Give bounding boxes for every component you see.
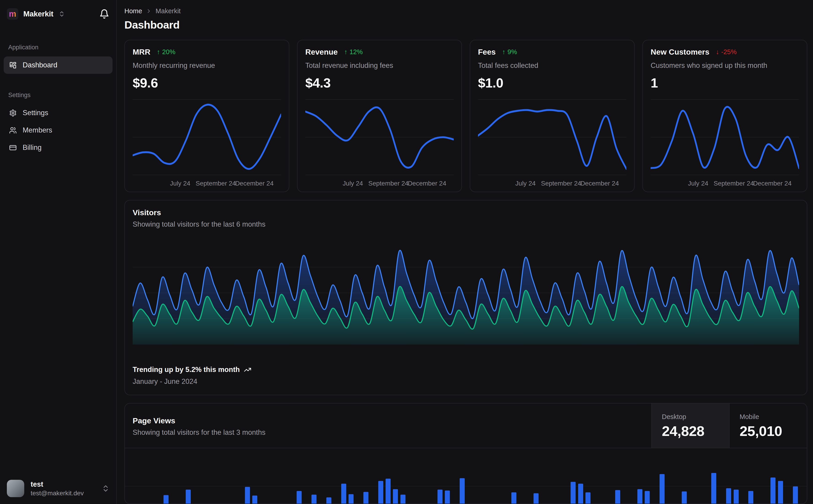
bar-slot (451, 448, 458, 504)
bar-slot (569, 448, 577, 504)
bar-slot (562, 448, 569, 504)
arrow-up-icon: ↑ (157, 48, 160, 56)
bar-slot (584, 448, 591, 504)
stat-card-fees: Fees ↑ 9% Total fees collected $1.0 July… (470, 40, 635, 192)
bar-slot (651, 448, 658, 504)
bar-slot (333, 448, 340, 504)
sparkline-chart (478, 97, 627, 177)
workspace-name: Makerkit (23, 10, 53, 18)
bar-slot (614, 448, 621, 504)
bar-slot (347, 448, 355, 504)
bar-slot (207, 448, 214, 504)
bar-slot (606, 448, 614, 504)
arrow-up-icon: ↑ (502, 48, 506, 56)
bar-slot (318, 448, 325, 504)
tab-desktop[interactable]: Desktop 24,828 (651, 403, 729, 448)
bar-slot (244, 448, 251, 504)
sidebar-item-members[interactable]: Members (4, 122, 112, 139)
stat-description: Customers who signed up this month (651, 61, 799, 70)
bar-slot (740, 448, 747, 504)
bar-slot (303, 448, 310, 504)
breadcrumb-home-link[interactable]: Home (124, 7, 142, 15)
bar (349, 494, 354, 504)
sidebar-item-dashboard[interactable]: Dashboard (4, 56, 112, 74)
bar (378, 481, 383, 504)
stat-card-revenue: Revenue ↑ 12% Total revenue including fe… (297, 40, 462, 192)
tab-mobile[interactable]: Mobile 25,010 (729, 403, 807, 448)
chevron-right-icon (146, 8, 152, 14)
user-menu[interactable]: test test@makerkit.dev (0, 474, 116, 504)
trend-badge: ↑ 9% (502, 48, 517, 56)
x-axis: July 24 September 24 December 24 (651, 177, 799, 188)
bar-slot (769, 448, 777, 504)
visitors-panel: Visitors Showing total visitors for the … (124, 200, 807, 395)
bar-slot (599, 448, 606, 504)
arrow-up-icon: ↑ (344, 48, 348, 56)
bar-slot (266, 448, 273, 504)
page-views-panel: Page Views Showing total visitors for th… (124, 403, 807, 504)
stat-title: Fees (478, 48, 496, 56)
workspace-selector[interactable]: m Makerkit (0, 0, 116, 28)
sidebar-item-label: Billing (23, 143, 42, 152)
bar (570, 482, 575, 504)
stat-value: $4.3 (305, 75, 454, 90)
bar-slot (703, 448, 710, 504)
bar (615, 490, 620, 504)
bar-slot (251, 448, 259, 504)
bar-slot (681, 448, 688, 504)
bar-slot (133, 448, 140, 504)
bar-slot (259, 448, 266, 504)
bar-slot (199, 448, 207, 504)
bar-slot (473, 448, 480, 504)
main-content: Home Makerkit Dashboard MRR ↑ 20% Monthl… (117, 0, 813, 504)
bar-slot (629, 448, 636, 504)
bar-slot (214, 448, 222, 504)
sidebar-item-label: Settings (23, 109, 48, 117)
page-views-subtitle: Showing total visitors for the last 3 mo… (133, 428, 644, 437)
bar-slot (547, 448, 554, 504)
bar (770, 477, 776, 504)
bar-slot (325, 448, 333, 504)
page-views-tabs: Desktop 24,828 Mobile 25,010 (651, 403, 807, 448)
bar (645, 491, 650, 504)
stat-title: New Customers (651, 48, 709, 56)
user-email: test@makerkit.dev (31, 490, 84, 497)
bar (578, 484, 583, 504)
bar-slot (222, 448, 229, 504)
sidebar-item-settings[interactable]: Settings (4, 104, 112, 122)
bar-slot (725, 448, 732, 504)
notifications-bell-icon[interactable] (99, 9, 109, 19)
bar (312, 495, 317, 504)
sidebar-item-billing[interactable]: Billing (4, 139, 112, 156)
breadcrumb-current[interactable]: Makerkit (155, 7, 181, 15)
bar-slot (666, 448, 673, 504)
bar-slot (518, 448, 525, 504)
bar (778, 481, 783, 504)
bar-slot (407, 448, 414, 504)
bar-slot (162, 448, 170, 504)
bar-slot (444, 448, 451, 504)
stat-value: $9.6 (133, 75, 281, 90)
bar-slot (429, 448, 436, 504)
bar (711, 473, 716, 504)
avatar (7, 480, 24, 497)
bar-slot (170, 448, 177, 504)
bar-slot (392, 448, 399, 504)
bar-slot (540, 448, 547, 504)
stat-description: Total fees collected (478, 61, 627, 70)
bar-slot (777, 448, 784, 504)
bar-slot (177, 448, 184, 504)
bar-slot (622, 448, 629, 504)
bar (400, 495, 405, 504)
stat-value: 1 (651, 75, 799, 90)
bar-slot (503, 448, 510, 504)
bar-slot (140, 448, 147, 504)
bar-slot (192, 448, 199, 504)
bar (386, 479, 391, 504)
bar-slot (370, 448, 377, 504)
bar-slot (273, 448, 281, 504)
bar-slot (688, 448, 695, 504)
page-views-title: Page Views (133, 416, 644, 425)
bar-slot (340, 448, 347, 504)
sidebar: m Makerkit Application Dashboard Setting… (0, 0, 117, 504)
